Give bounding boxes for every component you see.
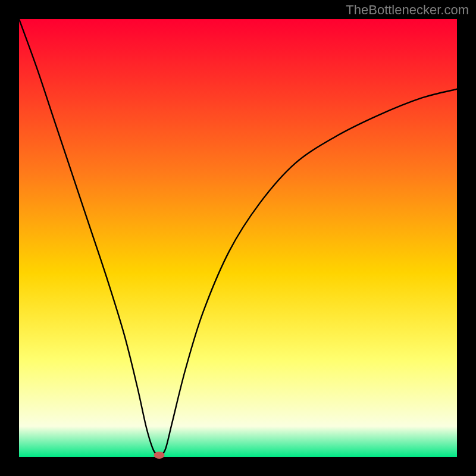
watermark-text: TheBottlenecker.com bbox=[346, 2, 469, 18]
bottleneck-chart bbox=[0, 0, 476, 476]
chart-frame: TheBottlenecker.com bbox=[0, 0, 476, 476]
current-point-marker bbox=[154, 452, 165, 459]
plot-background bbox=[19, 19, 457, 457]
